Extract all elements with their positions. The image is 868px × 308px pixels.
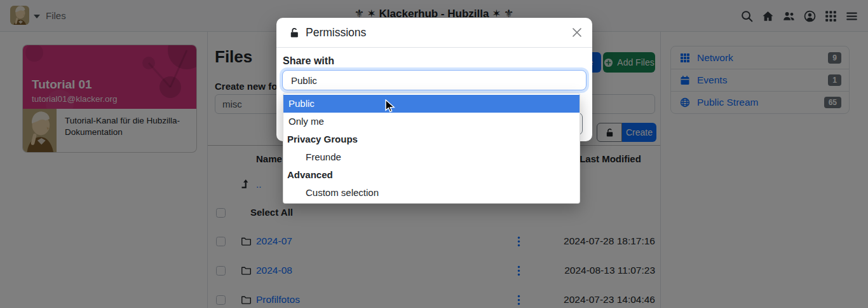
close-icon[interactable] [572, 27, 582, 38]
share-with-input[interactable] [282, 70, 587, 90]
dropdown-option-only-me[interactable]: Only me [283, 113, 580, 130]
lock-open-icon [289, 27, 300, 38]
dropdown-header-privacy-groups: Privacy Groups [283, 130, 580, 148]
dropdown-header-advanced: Advanced [283, 166, 580, 184]
hubzilla-files-page: Files ⚜ ✶ Klackerhub - Hubzilla ✶ ⚜ Tuto… [0, 0, 868, 308]
share-with-dropdown: Public Only me Privacy Groups Freunde Ad… [283, 93, 580, 204]
modal-title: Permissions [306, 26, 366, 39]
share-with-label: Share with [283, 55, 334, 67]
dropdown-option-public[interactable]: Public [283, 95, 580, 113]
dropdown-option-custom-selection[interactable]: Custom selection [283, 184, 580, 202]
modal-header: Permissions [276, 18, 592, 48]
dropdown-option-freunde[interactable]: Freunde [283, 148, 580, 166]
